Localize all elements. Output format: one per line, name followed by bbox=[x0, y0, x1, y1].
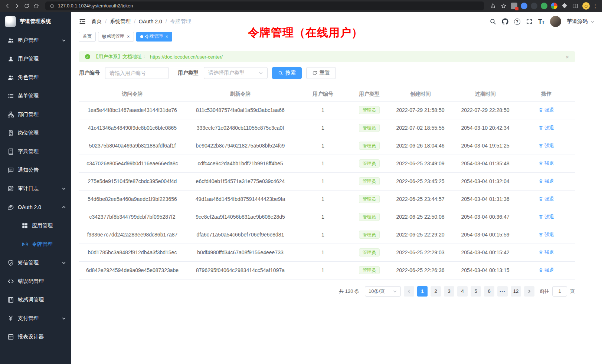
force-logout-button[interactable]: 强退 bbox=[539, 267, 554, 274]
pagination-total: 共 120 条 bbox=[339, 288, 359, 295]
fullscreen-icon[interactable] bbox=[526, 18, 533, 25]
font-size-icon[interactable]: TT bbox=[538, 19, 544, 25]
collapse-sidebar-icon[interactable] bbox=[79, 18, 86, 25]
extension-icon[interactable] bbox=[541, 3, 547, 9]
extensions-puzzle-icon[interactable] bbox=[561, 2, 568, 10]
forward-icon[interactable] bbox=[13, 2, 21, 10]
reset-button[interactable]: 重置 bbox=[306, 67, 336, 79]
extension-icon[interactable] bbox=[531, 3, 537, 9]
sidebar-item-oauth2[interactable]: OAuth 2.0 bbox=[0, 198, 71, 216]
page-button-5[interactable]: 5 bbox=[471, 286, 481, 297]
sidebar-item-menu[interactable]: 菜单管理 bbox=[0, 87, 71, 105]
back-icon[interactable] bbox=[4, 2, 11, 10]
sidebar-item-sms[interactable]: 短信管理 bbox=[0, 254, 71, 272]
close-tab-icon[interactable]: × bbox=[166, 34, 169, 39]
page-button-3[interactable]: 3 bbox=[444, 286, 454, 297]
tab-token[interactable]: 令牌管理× bbox=[136, 32, 173, 42]
sidebar-item-error-code[interactable]: 错误码管理 bbox=[0, 272, 71, 291]
sidebar-item-tenant[interactable]: 租户管理 bbox=[0, 31, 71, 50]
breadcrumb-separator: / bbox=[166, 19, 167, 24]
breadcrumb-item[interactable]: 系统管理 bbox=[110, 18, 131, 25]
sidebar-item-user[interactable]: 用户管理 bbox=[0, 50, 71, 68]
force-logout-label: 强退 bbox=[544, 178, 554, 185]
post-icon bbox=[7, 130, 14, 136]
cell-user-id: 1 bbox=[295, 208, 351, 226]
more-pages-button[interactable]: ··· bbox=[497, 286, 508, 297]
force-logout-button[interactable]: 强退 bbox=[539, 196, 554, 202]
force-logout-button[interactable]: 强退 bbox=[539, 178, 554, 185]
username[interactable]: 芋道源码 bbox=[567, 18, 588, 25]
sidebar-item-pay[interactable]: 支付管理 bbox=[0, 309, 71, 328]
sidebar-item-label: 部门管理 bbox=[18, 111, 39, 118]
user-avatar[interactable] bbox=[550, 16, 561, 27]
cell-access-token: 6d842e2924594de9a09e45e087323abe bbox=[79, 261, 186, 279]
reload-icon[interactable] bbox=[23, 2, 30, 10]
github-icon[interactable] bbox=[502, 18, 508, 25]
goto-page-input[interactable] bbox=[552, 286, 567, 297]
page-button-6[interactable]: 6 bbox=[484, 286, 494, 297]
next-page-button[interactable] bbox=[524, 286, 534, 297]
close-tab-icon[interactable]: × bbox=[127, 34, 130, 39]
force-logout-button[interactable]: 强退 bbox=[539, 231, 554, 238]
sidebar-item-post[interactable]: 岗位管理 bbox=[0, 124, 71, 142]
extension-icon[interactable] bbox=[521, 3, 527, 9]
force-logout-button[interactable]: 强退 bbox=[539, 125, 554, 131]
prev-page-button[interactable] bbox=[404, 286, 414, 297]
cell-refresh-token: 811c530487574fa0af1a59d3abc1aa66 bbox=[186, 101, 295, 119]
cell-user-id: 1 bbox=[295, 244, 351, 261]
site-info-icon[interactable] bbox=[49, 3, 55, 9]
alert-doc-link[interactable]: https://doc.iocoder.cn/user-center/ bbox=[150, 54, 223, 60]
cell-user-id: 1 bbox=[295, 261, 351, 279]
home-icon[interactable] bbox=[33, 2, 40, 10]
sidebar-item-dept[interactable]: 部门管理 bbox=[0, 105, 71, 124]
user-id-input[interactable] bbox=[105, 67, 169, 79]
search-button[interactable]: 搜索 bbox=[272, 67, 302, 79]
breadcrumb-item[interactable]: 首页 bbox=[91, 18, 102, 25]
extension-icon[interactable] bbox=[551, 3, 557, 9]
cell-user-type: 管理员 bbox=[351, 261, 388, 279]
sidebar-item-notice[interactable]: 通知公告 bbox=[0, 161, 71, 179]
browser-profile-avatar[interactable]: ☺ bbox=[582, 2, 590, 10]
extension-badge bbox=[515, 7, 518, 10]
sidebar-item-label: 通知公告 bbox=[18, 167, 39, 173]
page-button-12[interactable]: 12 bbox=[511, 286, 521, 297]
page-size-select[interactable]: 10条/页 bbox=[365, 286, 401, 297]
sidebar-item-report-designer[interactable]: 报表设计器 bbox=[0, 328, 71, 346]
page-button-1[interactable]: 1 bbox=[417, 286, 428, 297]
force-logout-label: 强退 bbox=[544, 196, 554, 202]
bookmark-star-icon[interactable] bbox=[500, 2, 507, 10]
user-menu-caret-icon[interactable] bbox=[590, 20, 595, 24]
sidebar-item-app[interactable]: 应用管理 bbox=[0, 216, 71, 235]
sidebar-item-dict[interactable]: 字典管理 bbox=[0, 142, 71, 161]
user-type-select[interactable]: 请选择用户类型 bbox=[204, 67, 268, 79]
split-view-icon[interactable] bbox=[572, 2, 579, 10]
force-logout-button[interactable]: 强退 bbox=[539, 160, 554, 167]
force-logout-button[interactable]: 强退 bbox=[539, 214, 554, 220]
user-icon bbox=[7, 56, 14, 62]
sidebar-item-sensitive-word[interactable]: 敏感词管理 bbox=[0, 291, 71, 309]
browser-menu-icon[interactable]: ⋮ bbox=[593, 3, 598, 9]
sidebar-item-audit-log[interactable]: 审计日志 bbox=[0, 179, 71, 198]
sidebar-item-token[interactable]: 令牌管理 bbox=[0, 235, 71, 254]
sidebar-item-role[interactable]: 角色管理 bbox=[0, 68, 71, 87]
breadcrumb-item[interactable]: OAuth 2.0 bbox=[139, 19, 162, 24]
table-row: f9336e7c7dd242a283ee98dc86b17a87dfa6c71a… bbox=[79, 226, 575, 244]
search-icon[interactable] bbox=[490, 18, 496, 25]
cell-expire-time: 2054-03-04 01:32:04 bbox=[453, 172, 518, 190]
sms-icon bbox=[7, 259, 14, 266]
tab-sensitive-word[interactable]: 敏感词管理× bbox=[98, 32, 134, 42]
delete-icon bbox=[539, 268, 543, 272]
tab-home[interactable]: 首页 bbox=[79, 32, 96, 42]
sidebar-item-label: 错误码管理 bbox=[18, 278, 44, 285]
alert-close-icon[interactable]: × bbox=[566, 54, 569, 60]
force-logout-button[interactable]: 强退 bbox=[539, 249, 554, 256]
extension-icon[interactable] bbox=[511, 3, 517, 9]
share-icon[interactable] bbox=[489, 2, 497, 10]
help-icon[interactable]: ? bbox=[514, 19, 520, 25]
page-button-2[interactable]: 2 bbox=[431, 286, 441, 297]
app-logo[interactable]: 芋道管理系统 bbox=[0, 12, 71, 31]
force-logout-button[interactable]: 强退 bbox=[539, 107, 554, 113]
page-button-4[interactable]: 4 bbox=[457, 286, 468, 297]
force-logout-button[interactable]: 强退 bbox=[539, 142, 554, 149]
address-bar[interactable]: 127.0.0.1:1024/system/oauth2/token bbox=[45, 1, 484, 10]
